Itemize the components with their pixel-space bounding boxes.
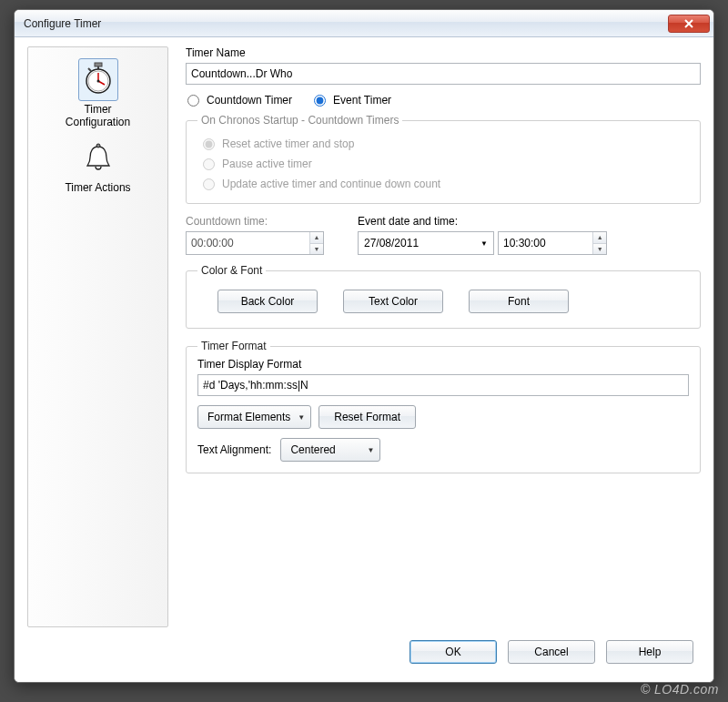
watermark: © LO4D.com xyxy=(641,682,719,697)
help-button[interactable]: Help xyxy=(606,640,693,664)
stopwatch-icon xyxy=(82,62,115,95)
dialog-buttons: OK Cancel Help xyxy=(410,640,693,664)
timer-name-label: Timer Name xyxy=(186,46,701,59)
radio-reset-active: Reset active timer and stop xyxy=(203,137,689,150)
timer-format-group: Timer Format Timer Display Format Format… xyxy=(186,340,701,473)
event-time-input[interactable]: ▲ ▼ xyxy=(498,231,607,255)
timer-type-radios: Countdown Timer Event Timer xyxy=(187,94,701,107)
svg-rect-0 xyxy=(95,63,102,66)
spin-up-icon: ▲ xyxy=(310,232,323,244)
cancel-button[interactable]: Cancel xyxy=(508,640,595,664)
sidebar-item-label: Timer Actions xyxy=(28,181,167,194)
dropdown-arrow-icon: ▼ xyxy=(298,413,305,422)
dropdown-arrow-icon: ▼ xyxy=(367,446,374,454)
titlebar[interactable]: Configure Timer xyxy=(15,10,713,37)
radio-event-timer[interactable]: Event Timer xyxy=(314,94,391,107)
close-icon xyxy=(683,19,694,28)
color-font-group: Color & Font Back Color Text Color Font xyxy=(186,264,701,329)
font-button[interactable]: Font xyxy=(469,290,569,313)
radio-pause-active: Pause active timer xyxy=(203,158,689,170)
svg-line-2 xyxy=(88,68,91,71)
timer-format-legend: Timer Format xyxy=(197,340,270,352)
back-color-button[interactable]: Back Color xyxy=(217,290,318,313)
startup-group-legend: On Chronos Startup - Countdown Timers xyxy=(197,114,402,127)
spinner-buttons: ▲ ▼ xyxy=(309,232,323,254)
spinner-buttons[interactable]: ▲ ▼ xyxy=(592,232,606,254)
configure-timer-dialog: Configure Timer xyxy=(14,9,714,683)
format-elements-dropdown[interactable]: Format Elements ▼ xyxy=(197,405,311,429)
main-panel: Timer Name Countdown Timer Event Timer O… xyxy=(186,46,701,627)
spin-down-icon[interactable]: ▼ xyxy=(593,244,606,255)
color-font-legend: Color & Font xyxy=(197,264,266,277)
text-color-button[interactable]: Text Color xyxy=(343,290,443,313)
countdown-time-label: Countdown time: xyxy=(186,215,336,228)
radio-countdown-timer[interactable]: Countdown Timer xyxy=(187,94,292,107)
timer-display-format-input[interactable] xyxy=(197,374,689,396)
sidebar-item-timer-configuration[interactable]: TimerConfiguration xyxy=(28,55,167,137)
spin-up-icon[interactable]: ▲ xyxy=(593,232,606,244)
event-datetime-label: Event date and time: xyxy=(358,215,701,228)
reset-format-button[interactable]: Reset Format xyxy=(318,405,416,429)
startup-group: On Chronos Startup - Countdown Timers Re… xyxy=(186,114,701,204)
svg-point-8 xyxy=(96,144,100,148)
radio-update-active: Update active timer and continue down co… xyxy=(203,178,689,190)
bell-icon xyxy=(83,143,114,174)
timer-name-input[interactable] xyxy=(186,63,701,85)
sidebar: TimerConfiguration Timer Actions xyxy=(27,46,168,627)
text-alignment-dropdown[interactable]: Centered ▼ xyxy=(280,438,380,462)
close-button[interactable] xyxy=(668,15,710,33)
sidebar-item-label: TimerConfiguration xyxy=(28,103,167,129)
ok-button[interactable]: OK xyxy=(410,640,497,664)
event-date-picker[interactable]: 27/08/2011 ▼ xyxy=(358,231,494,255)
dropdown-arrow-icon: ▼ xyxy=(480,239,488,248)
text-alignment-label: Text Alignment: xyxy=(197,443,271,456)
dialog-client: TimerConfiguration Timer Actions Timer N… xyxy=(15,37,713,682)
timer-display-format-label: Timer Display Format xyxy=(197,358,689,371)
countdown-time-input: ▲ ▼ xyxy=(186,231,324,255)
sidebar-item-timer-actions[interactable]: Timer Actions xyxy=(28,137,167,201)
window-title: Configure Timer xyxy=(24,17,668,30)
svg-point-7 xyxy=(96,80,99,83)
spin-down-icon: ▼ xyxy=(310,244,323,255)
